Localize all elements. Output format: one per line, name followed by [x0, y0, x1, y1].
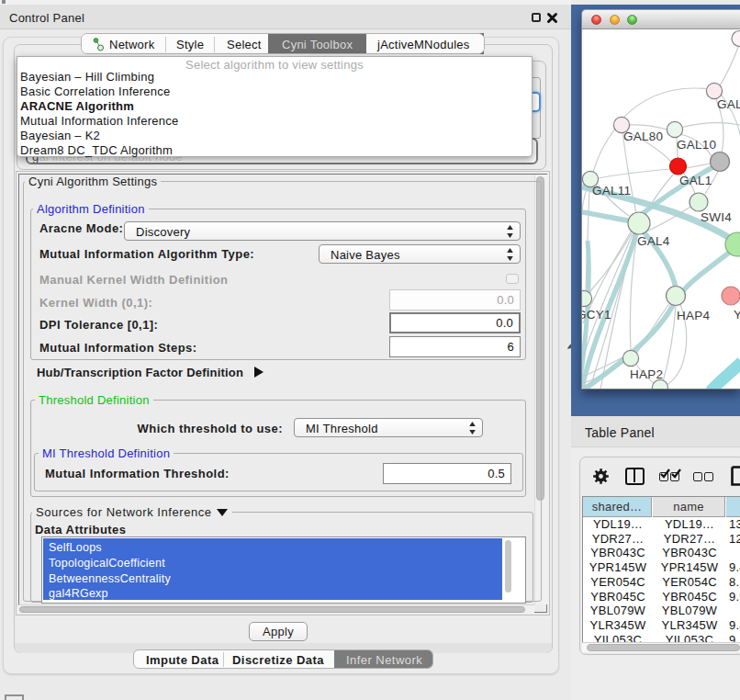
- svg-text:SWI4: SWI4: [701, 210, 732, 224]
- svg-text:GAL11: GAL11: [592, 184, 631, 198]
- svg-text:GCY1: GCY1: [582, 308, 611, 322]
- svg-text:GAL2: GAL2: [717, 97, 740, 111]
- svg-text:HAP4: HAP4: [677, 309, 711, 322]
- svg-text:GAL4: GAL4: [637, 234, 670, 248]
- svg-text:YER0: YER0: [734, 308, 740, 322]
- svg-text:GAL10: GAL10: [677, 138, 716, 152]
- svg-text:HAP2: HAP2: [630, 367, 663, 381]
- svg-text:GAL80: GAL80: [623, 130, 663, 143]
- svg-text:GAL1: GAL1: [679, 174, 712, 187]
